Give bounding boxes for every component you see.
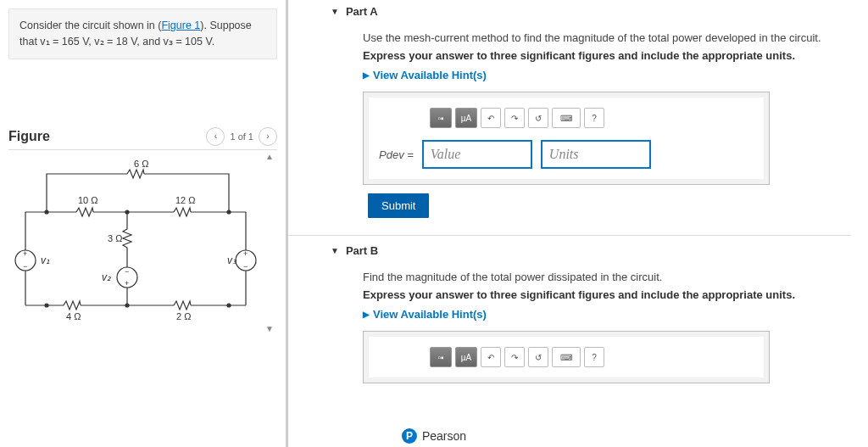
- svg-text:+: +: [125, 279, 129, 288]
- scroll-down-icon[interactable]: ▼: [265, 324, 275, 334]
- circuit-diagram: 6 Ω 10 Ω 12 Ω 3 Ω: [8, 157, 263, 335]
- pearson-label: Pearson: [422, 429, 466, 443]
- figure-title: Figure: [8, 129, 50, 144]
- problem-intro-pre: Consider the circuit shown in (: [19, 20, 161, 31]
- help-button[interactable]: ?: [584, 108, 604, 128]
- svg-text:+: +: [243, 249, 248, 258]
- units-input[interactable]: Units: [541, 140, 651, 169]
- svg-text:−: −: [243, 262, 248, 271]
- part-a-hints-toggle[interactable]: ▶View Available Hint(s): [363, 69, 851, 81]
- part-b-instruction-bold: Express your answer to three significant…: [363, 288, 851, 301]
- answer-label: Pdev =: [379, 148, 414, 161]
- svg-point-3: [45, 210, 48, 214]
- part-a-body: Use the mesh-current method to find the …: [331, 23, 851, 226]
- submit-button[interactable]: Submit: [368, 193, 429, 218]
- redo-button[interactable]: ↷: [504, 347, 525, 367]
- answer-toolbar: ▫▪ µA ↶ ↷ ↺ ⌨ ?: [430, 347, 754, 367]
- part-a-answer-box: ▫▪ µA ↶ ↷ ↺ ⌨ ? Pdev = Value Units: [363, 92, 770, 185]
- part-a-title: Part A: [346, 5, 378, 18]
- part-b-title: Part B: [346, 244, 378, 257]
- figure-pager: ‹ 1 of 1 ›: [206, 127, 277, 146]
- left-column: Consider the circuit shown in (Figure 1)…: [0, 0, 288, 447]
- part-b-answer-box: ▫▪ µA ↶ ↷ ↺ ⌨ ?: [363, 331, 770, 383]
- value-input[interactable]: Value: [422, 140, 532, 169]
- problem-values: v₁ = 165 V, v₂ = 18 V, and v₃ = 105 V.: [40, 36, 214, 47]
- part-b-body: Find the magnitude of the total power di…: [331, 262, 851, 392]
- svg-text:10 Ω: 10 Ω: [78, 195, 98, 205]
- part-divider: [288, 235, 851, 236]
- reset-button[interactable]: ↺: [528, 347, 548, 367]
- svg-point-5: [227, 210, 231, 214]
- pearson-logo-icon: P: [402, 428, 417, 444]
- svg-text:6 Ω: 6 Ω: [134, 159, 148, 169]
- caret-right-icon: ▶: [363, 70, 370, 80]
- part-a-instruction: Use the mesh-current method to find the …: [363, 31, 851, 44]
- svg-point-19: [125, 304, 129, 307]
- problem-statement: Consider the circuit shown in (Figure 1)…: [8, 8, 277, 59]
- answer-toolbar: ▫▪ µA ↶ ↷ ↺ ⌨ ?: [430, 108, 754, 128]
- figure-pager-label: 1 of 1: [230, 131, 253, 142]
- part-b-hints-toggle[interactable]: ▶View Available Hint(s): [363, 308, 851, 321]
- svg-text:4 Ω: 4 Ω: [66, 311, 81, 321]
- right-column: ▼ Part A Use the mesh-current method to …: [288, 0, 868, 447]
- figure-area: ▲ ▼ 6 Ω 10 Ω 12 Ω: [8, 149, 277, 336]
- footer-brand: P Pearson: [402, 428, 466, 444]
- part-a-instruction-bold: Express your answer to three significant…: [363, 49, 851, 62]
- redo-button[interactable]: ↷: [504, 108, 525, 128]
- svg-text:v₁: v₁: [41, 254, 50, 266]
- keyboard-button[interactable]: ⌨: [552, 347, 581, 367]
- hints-label: View Available Hint(s): [373, 69, 487, 81]
- undo-button[interactable]: ↶: [481, 347, 501, 367]
- caret-down-icon[interactable]: ▼: [331, 246, 339, 255]
- svg-text:2 Ω: 2 Ω: [176, 311, 191, 321]
- scroll-up-icon[interactable]: ▲: [265, 152, 275, 162]
- svg-text:+: +: [23, 249, 27, 258]
- figure-next-button[interactable]: ›: [259, 127, 277, 146]
- template-button[interactable]: ▫▪: [430, 108, 452, 128]
- template-button[interactable]: ▫▪: [430, 347, 452, 367]
- svg-text:v₂: v₂: [102, 271, 112, 283]
- keyboard-button[interactable]: ⌨: [552, 108, 581, 128]
- part-b-instruction: Find the magnitude of the total power di…: [363, 271, 851, 283]
- svg-text:3 Ω: 3 Ω: [108, 233, 122, 243]
- help-button[interactable]: ?: [584, 347, 604, 367]
- figure-link[interactable]: Figure 1: [161, 20, 200, 31]
- part-a-header: ▼ Part A: [331, 0, 851, 23]
- svg-text:12 Ω: 12 Ω: [175, 195, 196, 205]
- svg-text:−: −: [125, 267, 129, 276]
- svg-point-23: [227, 304, 231, 307]
- units-button[interactable]: µA: [455, 347, 477, 367]
- undo-button[interactable]: ↶: [481, 108, 501, 128]
- svg-text:−: −: [23, 262, 27, 271]
- caret-down-icon[interactable]: ▼: [331, 7, 339, 16]
- svg-text:v₃: v₃: [227, 254, 237, 266]
- figure-prev-button[interactable]: ‹: [206, 127, 225, 146]
- reset-button[interactable]: ↺: [528, 108, 548, 128]
- part-b-header: ▼ Part B: [331, 239, 851, 262]
- hints-label: View Available Hint(s): [373, 308, 487, 321]
- svg-point-22: [45, 304, 48, 307]
- caret-right-icon: ▶: [363, 310, 370, 319]
- units-button[interactable]: µA: [455, 108, 477, 128]
